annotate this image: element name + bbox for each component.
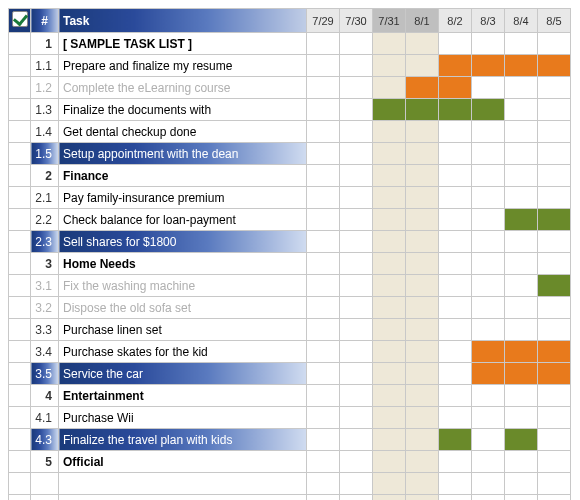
gantt-cell[interactable] — [307, 143, 340, 165]
check-cell[interactable] — [9, 385, 31, 407]
gantt-cell[interactable] — [439, 451, 472, 473]
table-row[interactable]: 5Official — [9, 451, 571, 473]
gantt-cell[interactable] — [307, 385, 340, 407]
check-cell[interactable] — [9, 33, 31, 55]
check-cell[interactable] — [9, 473, 31, 495]
check-cell[interactable] — [9, 121, 31, 143]
check-cell[interactable] — [9, 451, 31, 473]
gantt-cell[interactable] — [373, 363, 406, 385]
gantt-cell[interactable] — [307, 231, 340, 253]
gantt-cell[interactable] — [307, 187, 340, 209]
gantt-cell[interactable] — [406, 187, 439, 209]
gantt-cell[interactable] — [439, 319, 472, 341]
check-cell[interactable] — [9, 429, 31, 451]
gantt-cell[interactable] — [373, 495, 406, 501]
task-cell[interactable]: Fix the washing machine — [59, 275, 307, 297]
check-cell[interactable] — [9, 275, 31, 297]
task-cell[interactable]: Dispose the old sofa set — [59, 297, 307, 319]
gantt-cell[interactable] — [472, 275, 505, 297]
gantt-cell[interactable] — [439, 297, 472, 319]
gantt-cell[interactable] — [505, 253, 538, 275]
task-cell[interactable]: [ SAMPLE TASK LIST ] — [59, 33, 307, 55]
gantt-cell[interactable] — [406, 77, 439, 99]
gantt-cell[interactable] — [505, 429, 538, 451]
gantt-cell[interactable] — [307, 77, 340, 99]
task-cell[interactable]: Service the car — [59, 363, 307, 385]
gantt-cell[interactable] — [538, 363, 571, 385]
gantt-cell[interactable] — [340, 231, 373, 253]
gantt-cell[interactable] — [472, 495, 505, 501]
gantt-cell[interactable] — [538, 319, 571, 341]
gantt-cell[interactable] — [538, 55, 571, 77]
gantt-cell[interactable] — [307, 473, 340, 495]
gantt-cell[interactable] — [439, 77, 472, 99]
gantt-cell[interactable] — [373, 253, 406, 275]
gantt-cell[interactable] — [472, 473, 505, 495]
gantt-cell[interactable] — [538, 297, 571, 319]
gantt-cell[interactable] — [505, 209, 538, 231]
gantt-cell[interactable] — [505, 55, 538, 77]
gantt-cell[interactable] — [505, 385, 538, 407]
gantt-cell[interactable] — [373, 275, 406, 297]
header-task[interactable]: Task — [59, 9, 307, 33]
gantt-cell[interactable] — [505, 297, 538, 319]
gantt-cell[interactable] — [505, 33, 538, 55]
task-cell[interactable]: Purchase linen set — [59, 319, 307, 341]
table-row[interactable]: 4.1Purchase Wii — [9, 407, 571, 429]
gantt-cell[interactable] — [406, 231, 439, 253]
gantt-cell[interactable] — [538, 253, 571, 275]
gantt-cell[interactable] — [538, 407, 571, 429]
gantt-cell[interactable] — [406, 165, 439, 187]
gantt-cell[interactable] — [340, 209, 373, 231]
table-row[interactable]: 3.1Fix the washing machine — [9, 275, 571, 297]
gantt-cell[interactable] — [307, 429, 340, 451]
gantt-cell[interactable] — [406, 297, 439, 319]
gantt-cell[interactable] — [505, 165, 538, 187]
table-row[interactable]: 1.5Setup appointment with the dean — [9, 143, 571, 165]
gantt-cell[interactable] — [373, 319, 406, 341]
gantt-cell[interactable] — [505, 407, 538, 429]
check-cell[interactable] — [9, 407, 31, 429]
gantt-cell[interactable] — [307, 209, 340, 231]
gantt-cell[interactable] — [406, 253, 439, 275]
gantt-cell[interactable] — [472, 429, 505, 451]
gantt-cell[interactable] — [340, 451, 373, 473]
gantt-cell[interactable] — [307, 341, 340, 363]
table-row[interactable]: 3Home Needs — [9, 253, 571, 275]
gantt-cell[interactable] — [538, 495, 571, 501]
gantt-cell[interactable] — [439, 165, 472, 187]
gantt-cell[interactable] — [307, 451, 340, 473]
task-cell[interactable]: Purchase skates for the kid — [59, 341, 307, 363]
gantt-cell[interactable] — [307, 275, 340, 297]
header-date-2[interactable]: 7/31 — [373, 9, 406, 33]
header-date-3[interactable]: 8/1 — [406, 9, 439, 33]
gantt-cell[interactable] — [340, 429, 373, 451]
gantt-cell[interactable] — [439, 363, 472, 385]
gantt-cell[interactable] — [472, 33, 505, 55]
gantt-cell[interactable] — [472, 165, 505, 187]
gantt-cell[interactable] — [538, 209, 571, 231]
table-row[interactable]: 3.2Dispose the old sofa set — [9, 297, 571, 319]
header-date-1[interactable]: 7/30 — [340, 9, 373, 33]
gantt-cell[interactable] — [505, 451, 538, 473]
gantt-cell[interactable] — [538, 451, 571, 473]
gantt-cell[interactable] — [505, 275, 538, 297]
header-date-0[interactable]: 7/29 — [307, 9, 340, 33]
gantt-cell[interactable] — [472, 77, 505, 99]
table-row[interactable]: 3.3Purchase linen set — [9, 319, 571, 341]
gantt-cell[interactable] — [406, 99, 439, 121]
gantt-cell[interactable] — [307, 495, 340, 501]
gantt-cell[interactable] — [439, 55, 472, 77]
gantt-cell[interactable] — [373, 341, 406, 363]
check-cell[interactable] — [9, 231, 31, 253]
gantt-cell[interactable] — [406, 495, 439, 501]
table-row[interactable]: 2.2Check balance for loan-payment — [9, 209, 571, 231]
gantt-cell[interactable] — [406, 429, 439, 451]
gantt-cell[interactable] — [373, 55, 406, 77]
gantt-cell[interactable] — [340, 319, 373, 341]
gantt-cell[interactable] — [439, 473, 472, 495]
gantt-cell[interactable] — [538, 385, 571, 407]
gantt-cell[interactable] — [307, 55, 340, 77]
table-row[interactable]: 5.1Create similar plan for office tasks — [9, 495, 571, 501]
gantt-cell[interactable] — [406, 319, 439, 341]
